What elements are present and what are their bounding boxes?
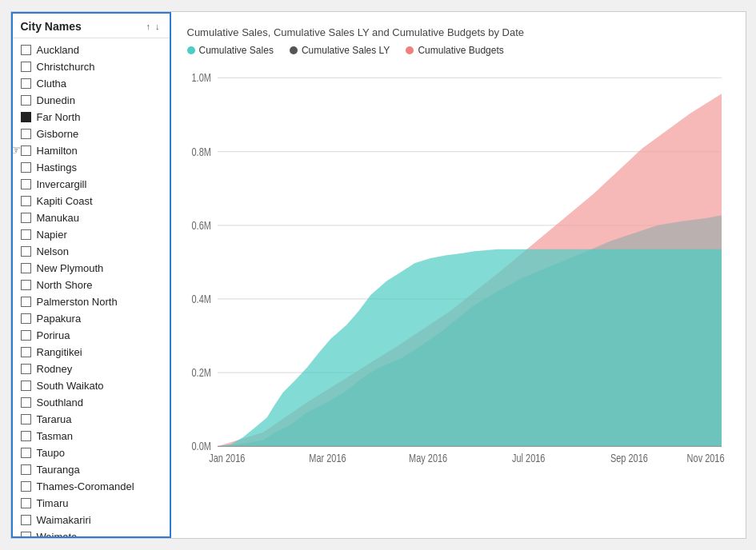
legend-label: Cumulative Budgets	[418, 45, 503, 56]
list-item[interactable]: Dunedin	[13, 92, 170, 109]
list-item[interactable]: Waimate	[13, 528, 170, 536]
sort-controls: ↑ ↓	[145, 22, 162, 31]
item-label: Nelson	[37, 245, 69, 257]
checkbox[interactable]	[21, 179, 31, 189]
checkbox[interactable]	[21, 229, 31, 240]
checkbox[interactable]	[21, 498, 31, 508]
list-item[interactable]: Southland	[13, 394, 170, 411]
item-label: Clutha	[37, 78, 67, 90]
checkbox[interactable]	[21, 280, 31, 290]
svg-text:0.2M: 0.2M	[191, 367, 210, 379]
checkbox[interactable]	[21, 129, 31, 139]
item-label: Rodney	[37, 363, 73, 375]
list-item[interactable]: Far North	[13, 109, 170, 126]
city-list[interactable]: AucklandChristchurchCluthaDunedinFar Nor…	[13, 38, 170, 536]
legend-label: Cumulative Sales LY	[302, 45, 390, 56]
list-item[interactable]: Tararua	[13, 411, 170, 428]
checkbox[interactable]	[21, 532, 31, 536]
item-label: Invercargill	[37, 178, 87, 190]
item-label: Waimate	[37, 531, 78, 536]
svg-text:Nov 2016: Nov 2016	[686, 452, 724, 464]
checkbox[interactable]	[21, 263, 31, 273]
item-label: Palmerston North	[37, 296, 118, 308]
list-item[interactable]: Taupo	[13, 444, 170, 461]
item-label: Taupo	[37, 447, 65, 459]
list-item[interactable]: New Plymouth	[13, 260, 170, 277]
item-label: Thames-Coromandel	[37, 480, 134, 492]
legend-dot	[187, 46, 195, 54]
checkbox[interactable]	[21, 162, 31, 173]
item-label: Auckland	[37, 44, 79, 56]
list-item[interactable]: South Waikato	[13, 377, 170, 394]
list-item[interactable]: North Shore	[13, 277, 170, 293]
list-item[interactable]: Timaru	[13, 495, 170, 512]
legend-item: Cumulative Budgets	[406, 45, 503, 56]
list-item[interactable]: Hastings	[13, 159, 170, 176]
checkbox[interactable]	[21, 145, 31, 156]
list-item[interactable]: Gisborne	[13, 126, 170, 142]
legend-label: Cumulative Sales	[199, 45, 274, 56]
checkbox[interactable]	[21, 448, 31, 458]
checkbox[interactable]	[21, 464, 31, 475]
checkbox[interactable]	[21, 397, 31, 408]
list-item[interactable]: Palmerston North	[13, 293, 170, 310]
list-item[interactable]: Clutha	[13, 75, 170, 92]
list-item[interactable]: Auckland	[13, 42, 170, 58]
checkbox[interactable]	[21, 213, 31, 223]
checkbox[interactable]	[21, 196, 31, 206]
checkbox[interactable]	[21, 45, 31, 55]
list-item[interactable]: Napier	[13, 226, 170, 243]
checkbox[interactable]	[21, 95, 31, 106]
svg-text:Sep 2016: Sep 2016	[610, 452, 647, 464]
chart-svg: 1.0M 0.8M 0.6M 0.4M 0.2M 0.0M	[187, 64, 730, 522]
legend-item: Cumulative Sales LY	[290, 45, 390, 56]
list-item[interactable]: Tauranga	[13, 461, 170, 478]
item-label: Timaru	[37, 497, 69, 509]
item-label: Tauranga	[37, 464, 80, 476]
checkbox[interactable]	[21, 481, 31, 492]
list-item[interactable]: Porirua	[13, 327, 170, 344]
svg-text:Jul 2016: Jul 2016	[512, 452, 546, 464]
item-label: Hamilton	[37, 145, 78, 157]
checkbox[interactable]	[21, 381, 31, 391]
checkbox[interactable]	[21, 62, 31, 72]
checkbox[interactable]	[21, 515, 31, 525]
item-label: Papakura	[37, 313, 82, 325]
legend-dot	[290, 46, 298, 54]
list-item[interactable]: Tasman	[13, 428, 170, 444]
sidebar-header: City Names ↑ ↓	[13, 14, 170, 38]
svg-text:1.0M: 1.0M	[191, 72, 210, 84]
checkbox[interactable]	[21, 347, 31, 357]
list-item[interactable]: Nelson	[13, 243, 170, 260]
checkbox[interactable]	[21, 313, 31, 324]
list-item[interactable]: Papakura	[13, 310, 170, 327]
sidebar-title: City Names	[21, 20, 82, 33]
svg-text:Jan 2016: Jan 2016	[209, 452, 245, 464]
sort-desc-icon[interactable]: ↓	[154, 22, 162, 31]
list-item[interactable]: Invercargill	[13, 176, 170, 193]
checkbox[interactable]	[21, 364, 31, 374]
checkbox[interactable]	[21, 78, 31, 89]
svg-text:0.8M: 0.8M	[191, 145, 210, 157]
list-item[interactable]: Kapiti Coast	[13, 193, 170, 209]
list-item[interactable]: Manukau	[13, 209, 170, 226]
item-label: Manukau	[37, 212, 79, 224]
list-item[interactable]: Hamilton	[13, 142, 170, 159]
list-item[interactable]: Christchurch	[13, 58, 170, 75]
list-item[interactable]: Thames-Coromandel	[13, 478, 170, 495]
checkbox[interactable]	[21, 330, 31, 341]
checkbox[interactable]	[21, 112, 31, 122]
checkbox[interactable]	[21, 431, 31, 441]
checkbox[interactable]	[21, 297, 31, 307]
svg-text:0.6M: 0.6M	[191, 220, 210, 232]
list-item[interactable]: Waimakariri	[13, 512, 170, 528]
sort-asc-icon[interactable]: ↑	[145, 22, 153, 31]
item-label: South Waikato	[37, 380, 104, 392]
sidebar-panel: City Names ↑ ↓ AucklandChristchurchCluth…	[11, 12, 171, 538]
list-item[interactable]: Rodney	[13, 361, 170, 377]
checkbox[interactable]	[21, 414, 31, 424]
item-label: Far North	[37, 111, 81, 123]
svg-text:0.0M: 0.0M	[191, 440, 210, 452]
checkbox[interactable]	[21, 246, 31, 257]
list-item[interactable]: Rangitikei	[13, 344, 170, 361]
